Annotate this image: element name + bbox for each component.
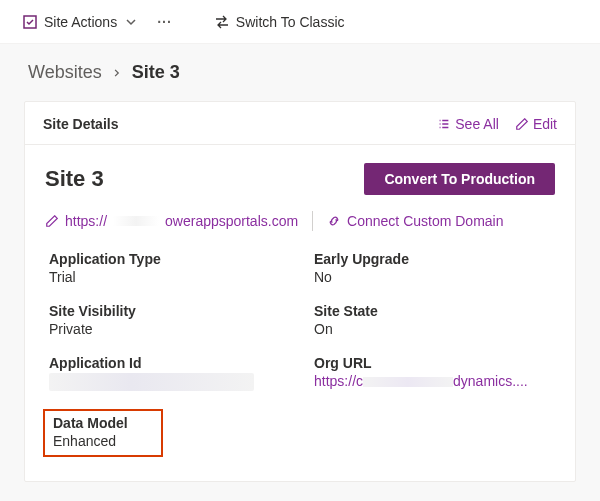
field-value-redacted — [49, 373, 254, 391]
field-early-upgrade: Early Upgrade No — [314, 251, 555, 285]
connect-domain-label: Connect Custom Domain — [347, 213, 503, 229]
fields-grid: Application Type Trial Early Upgrade No … — [45, 251, 555, 457]
site-url-link[interactable]: https://owerappsportals.com — [45, 213, 298, 229]
card-title: Site Details — [43, 116, 118, 132]
field-application-id: Application Id — [49, 355, 290, 391]
redacted-text — [113, 216, 159, 226]
switch-label: Switch To Classic — [236, 14, 345, 30]
redacted-text — [363, 377, 453, 387]
field-application-type: Application Type Trial — [49, 251, 290, 285]
link-icon — [327, 214, 341, 228]
field-label: Site Visibility — [49, 303, 290, 319]
card-actions: See All Edit — [437, 116, 557, 132]
checkbox-icon — [22, 14, 38, 30]
field-value: On — [314, 321, 555, 337]
edit-button[interactable]: Edit — [515, 116, 557, 132]
connect-custom-domain-button[interactable]: Connect Custom Domain — [327, 213, 503, 229]
field-value: https://cdynamics.... — [314, 373, 555, 389]
field-site-state: Site State On — [314, 303, 555, 337]
field-data-model: Data Model Enhanced — [43, 409, 163, 457]
site-actions-label: Site Actions — [44, 14, 117, 30]
field-label: Data Model — [53, 415, 153, 431]
edit-label: Edit — [533, 116, 557, 132]
field-value: Private — [49, 321, 290, 337]
field-label: Org URL — [314, 355, 555, 371]
field-label: Application Type — [49, 251, 290, 267]
divider — [312, 211, 313, 231]
swap-icon — [214, 14, 230, 30]
field-label: Application Id — [49, 355, 290, 371]
breadcrumb-current: Site 3 — [132, 62, 180, 83]
field-org-url: Org URL https://cdynamics.... — [314, 355, 555, 391]
card-body: Site 3 Convert To Production https://owe… — [25, 145, 575, 481]
convert-to-production-button[interactable]: Convert To Production — [364, 163, 555, 195]
field-label: Early Upgrade — [314, 251, 555, 267]
pencil-icon — [515, 117, 529, 131]
see-all-label: See All — [455, 116, 499, 132]
field-site-visibility: Site Visibility Private — [49, 303, 290, 337]
org-url-link[interactable]: https://cdynamics.... — [314, 373, 528, 389]
list-icon — [437, 117, 451, 131]
breadcrumb-parent[interactable]: Websites — [28, 62, 102, 83]
url-suffix: owerappsportals.com — [165, 213, 298, 229]
site-actions-dropdown[interactable]: Site Actions — [18, 10, 143, 34]
field-value: Enhanced — [53, 433, 153, 449]
more-label: ··· — [157, 14, 172, 30]
card-header: Site Details See All Edit — [25, 102, 575, 145]
url-row: https://owerappsportals.com Connect Cust… — [45, 211, 555, 231]
breadcrumb: Websites Site 3 — [0, 44, 600, 93]
field-value: No — [314, 269, 555, 285]
url-prefix: https:// — [65, 213, 107, 229]
topbar: Site Actions ··· Switch To Classic — [0, 0, 600, 44]
field-value: Trial — [49, 269, 290, 285]
field-label: Site State — [314, 303, 555, 319]
more-button[interactable]: ··· — [153, 10, 176, 34]
switch-to-classic-button[interactable]: Switch To Classic — [210, 10, 349, 34]
title-row: Site 3 Convert To Production — [45, 163, 555, 195]
pencil-icon — [45, 214, 59, 228]
chevron-down-icon — [123, 14, 139, 30]
see-all-button[interactable]: See All — [437, 116, 499, 132]
chevron-right-icon — [112, 62, 122, 83]
site-details-card: Site Details See All Edit Site 3 Convert… — [24, 101, 576, 482]
site-name: Site 3 — [45, 166, 104, 192]
